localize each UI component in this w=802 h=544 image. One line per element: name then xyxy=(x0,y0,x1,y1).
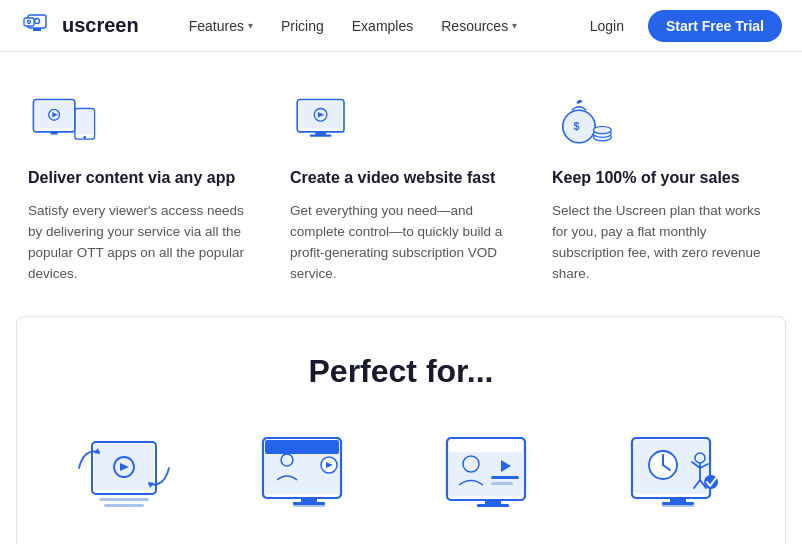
svg-rect-1 xyxy=(33,28,41,31)
navbar: uscreen Features ▾ Pricing Examples Reso… xyxy=(0,0,802,52)
svg-rect-3 xyxy=(24,18,34,26)
chevron-down-icon: ▾ xyxy=(248,20,253,31)
nav-item-resources[interactable]: Resources ▾ xyxy=(427,0,531,52)
feature-card-keep-sales: $ Keep 100% of your sales Select the Usc… xyxy=(552,92,774,284)
perfect-item-training: Online Training xyxy=(591,430,766,544)
svg-point-12 xyxy=(83,136,86,139)
svg-rect-63 xyxy=(662,502,694,505)
svg-point-23 xyxy=(593,127,611,134)
svg-rect-43 xyxy=(449,440,523,452)
login-button[interactable]: Login xyxy=(582,18,632,34)
chevron-down-icon: ▾ xyxy=(512,20,517,31)
logo-text: uscreen xyxy=(62,14,139,37)
svg-rect-47 xyxy=(491,482,513,485)
feature-card-content-delivery: Deliver content via any app Satisfy ever… xyxy=(28,92,250,284)
nav-item-features[interactable]: Features ▾ xyxy=(175,0,267,52)
start-trial-button[interactable]: Start Free Trial xyxy=(648,10,782,42)
svg-rect-46 xyxy=(491,476,519,479)
content-delivery-icon xyxy=(28,92,100,152)
perfect-title: Perfect for... xyxy=(37,353,765,390)
perfect-item-membership: Membership Sites xyxy=(222,430,397,544)
logo-icon xyxy=(20,13,54,39)
nav-item-pricing[interactable]: Pricing xyxy=(267,0,338,52)
nav-right: Login Start Free Trial xyxy=(582,10,782,42)
svg-rect-49 xyxy=(477,504,509,507)
nav-links: Features ▾ Pricing Examples Resources ▾ xyxy=(175,0,582,52)
perfect-for-section: Perfect for... Subscriptions xyxy=(16,316,786,544)
training-icon xyxy=(618,430,738,530)
svg-point-2 xyxy=(35,18,40,23)
membership-icon xyxy=(249,430,369,530)
video-website-icon xyxy=(290,92,362,152)
subscriptions-icon xyxy=(64,430,184,530)
svg-rect-34 xyxy=(265,440,339,454)
svg-rect-39 xyxy=(293,502,325,505)
perfect-item-subscriptions: Subscriptions xyxy=(37,430,212,544)
svg-rect-11 xyxy=(77,111,93,134)
features-section: Deliver content via any app Satisfy ever… xyxy=(0,52,802,316)
feature-title-video: Create a video website fast xyxy=(290,168,512,189)
courses-icon xyxy=(433,430,553,530)
feature-desc-sales: Select the Uscreen plan that works for y… xyxy=(552,201,774,285)
svg-rect-64 xyxy=(662,505,694,507)
feature-title-sales: Keep 100% of your sales xyxy=(552,168,774,189)
nav-item-examples[interactable]: Examples xyxy=(338,0,427,52)
svg-rect-29 xyxy=(104,504,144,507)
keep-sales-icon: $ xyxy=(552,92,624,152)
svg-rect-28 xyxy=(99,498,149,501)
logo[interactable]: uscreen xyxy=(20,13,139,39)
svg-text:$: $ xyxy=(574,120,580,132)
perfect-grid: Subscriptions Membership Site xyxy=(37,430,765,544)
perfect-item-courses: Online Courses xyxy=(406,430,581,544)
svg-rect-40 xyxy=(293,505,325,507)
feature-title-content: Deliver content via any app xyxy=(28,168,250,189)
feature-desc-video: Get everything you need—and complete con… xyxy=(290,201,512,285)
svg-point-44 xyxy=(463,456,479,472)
svg-rect-18 xyxy=(310,135,332,137)
feature-card-video-website: Create a video website fast Get everythi… xyxy=(290,92,512,284)
feature-desc-content: Satisfy every viewer's access needs by d… xyxy=(28,201,250,285)
svg-rect-9 xyxy=(51,132,58,135)
